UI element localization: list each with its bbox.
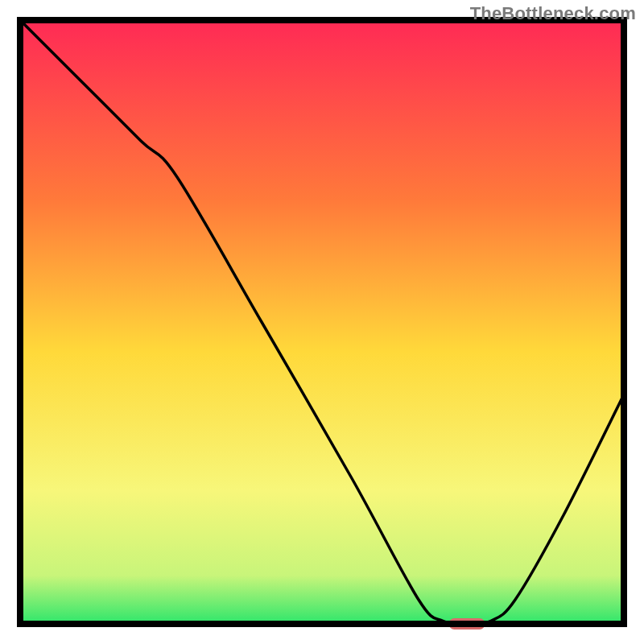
bottleneck-chart bbox=[0, 0, 644, 644]
chart-container: TheBottleneck.com bbox=[0, 0, 644, 644]
watermark-text: TheBottleneck.com bbox=[470, 3, 636, 24]
